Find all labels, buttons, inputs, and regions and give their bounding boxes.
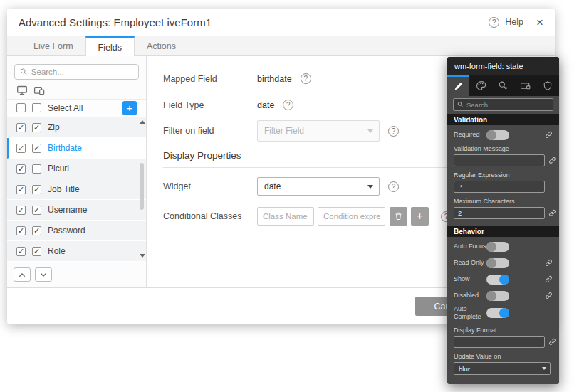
add-condition-button[interactable]: [411, 207, 429, 226]
add-field-button[interactable]: [122, 101, 137, 115]
panel-search-input[interactable]: [466, 101, 549, 109]
checkbox-mobile[interactable]: [32, 144, 41, 153]
close-icon[interactable]: [536, 16, 543, 28]
display-format-input[interactable]: [454, 336, 545, 348]
maximum-characters-label: Maximum Characters: [454, 198, 553, 205]
help-icon[interactable]: [283, 100, 293, 110]
field-row-zip[interactable]: Zip: [7, 117, 146, 138]
field-row-password[interactable]: Password: [7, 221, 146, 241]
field-type-value: date: [257, 100, 274, 110]
auto-complete-toggle[interactable]: [486, 308, 509, 318]
scroll-up-icon[interactable]: [140, 120, 145, 124]
list-scrollbar[interactable]: [139, 117, 145, 262]
checkbox-desktop[interactable]: [16, 123, 26, 132]
mapped-field-value: birthdate: [257, 74, 292, 84]
validation-message-input[interactable]: [454, 154, 545, 166]
help-icon[interactable]: [388, 181, 399, 192]
regular-expression-input[interactable]: [454, 181, 545, 193]
fields-sidebar: Select All Zip Birthdate: [7, 56, 147, 287]
field-row-picurl[interactable]: Picurl: [7, 159, 146, 179]
field-label: Zip: [48, 122, 60, 132]
bind-property-button[interactable]: [545, 131, 553, 139]
chevron-down-icon: [39, 272, 48, 278]
help-icon[interactable]: [301, 73, 311, 84]
behavior-section-header: Behavior: [447, 226, 559, 237]
checkbox-mobile[interactable]: [32, 247, 41, 256]
field-label: Picurl: [48, 164, 69, 174]
scroll-down-icon[interactable]: [140, 254, 145, 258]
tab-actions[interactable]: Actions: [135, 36, 188, 55]
checkbox-desktop[interactable]: [16, 144, 26, 153]
search-input[interactable]: [31, 68, 133, 76]
tab-device[interactable]: [514, 75, 536, 96]
checkbox-mobile[interactable]: [32, 206, 41, 215]
select-all-row: Select All: [7, 100, 146, 117]
checkbox-desktop[interactable]: [16, 185, 26, 194]
bind-property-button[interactable]: [548, 338, 556, 346]
update-value-on-select[interactable]: blur: [454, 362, 551, 375]
display-format-label: Display Format: [454, 327, 553, 334]
move-up-button[interactable]: [14, 267, 31, 282]
widget-select[interactable]: date: [257, 177, 380, 196]
tab-fields[interactable]: Fields: [85, 36, 135, 56]
checkbox-mobile[interactable]: [32, 185, 41, 194]
move-down-button[interactable]: [35, 267, 52, 282]
bind-property-button[interactable]: [548, 157, 556, 164]
checkbox-mobile[interactable]: [32, 164, 41, 174]
checkbox-desktop[interactable]: [16, 164, 26, 174]
field-row-role[interactable]: Role: [7, 241, 146, 262]
link-icon: [545, 275, 553, 283]
auto-complete-row: Auto Complete: [454, 304, 553, 322]
select-all-checkbox-desktop[interactable]: [16, 103, 26, 112]
help-link[interactable]: Help: [505, 17, 523, 27]
bind-property-button[interactable]: [548, 209, 556, 217]
select-all-checkbox-mobile[interactable]: [32, 103, 41, 112]
help-icon[interactable]: [489, 17, 499, 28]
checkbox-desktop[interactable]: [16, 247, 26, 256]
show-toggle[interactable]: [486, 275, 509, 285]
tab-live-form[interactable]: Live Form: [21, 36, 85, 55]
widget-selected-value: date: [264, 181, 281, 191]
bind-property-button[interactable]: [545, 275, 553, 283]
delete-condition-button[interactable]: [390, 207, 407, 226]
required-toggle[interactable]: [486, 130, 509, 140]
field-row-username[interactable]: Username: [7, 200, 146, 221]
class-name-input[interactable]: [257, 207, 314, 226]
bind-property-button[interactable]: [545, 292, 553, 300]
device-icon: [520, 80, 531, 91]
show-label: Show: [454, 275, 486, 283]
tab-search-advanced[interactable]: [492, 75, 514, 96]
checkbox-mobile[interactable]: [32, 123, 41, 132]
field-list: Zip Birthdate Picurl: [7, 117, 146, 262]
field-type-label: Field Type: [163, 100, 257, 110]
disabled-row: Disabled: [454, 290, 553, 301]
maximum-characters-input[interactable]: [454, 207, 545, 219]
bind-property-button[interactable]: [545, 259, 553, 267]
tab-properties[interactable]: [447, 75, 469, 96]
checkbox-mobile[interactable]: [32, 226, 41, 235]
disabled-toggle[interactable]: [486, 291, 509, 301]
scrollbar-thumb[interactable]: [140, 163, 144, 210]
condition-expression-input[interactable]: [318, 207, 385, 226]
field-row-birthdate[interactable]: Birthdate: [7, 138, 146, 159]
read-only-toggle[interactable]: [486, 258, 509, 268]
desktop-icon[interactable]: [16, 85, 28, 96]
shield-icon: [543, 80, 553, 91]
update-value-on-value: blur: [459, 365, 470, 373]
help-icon[interactable]: [388, 126, 399, 137]
palette-icon: [476, 80, 486, 91]
auto-focus-toggle[interactable]: [486, 242, 509, 252]
filter-on-field-label: Filter on field: [163, 126, 257, 136]
checkbox-desktop[interactable]: [16, 206, 26, 215]
sidebar-search[interactable]: [14, 64, 139, 80]
checkbox-desktop[interactable]: [16, 226, 26, 235]
select-all-label: Select All: [48, 103, 116, 113]
field-reorder-controls: [7, 262, 146, 287]
field-row-job-title[interactable]: Job Title: [7, 179, 146, 200]
mobile-devices-icon[interactable]: [33, 85, 46, 96]
link-icon: [548, 157, 556, 164]
tab-styles[interactable]: [469, 75, 491, 96]
disabled-label: Disabled: [454, 292, 486, 300]
panel-search[interactable]: [453, 98, 553, 111]
tab-security[interactable]: [537, 75, 559, 96]
